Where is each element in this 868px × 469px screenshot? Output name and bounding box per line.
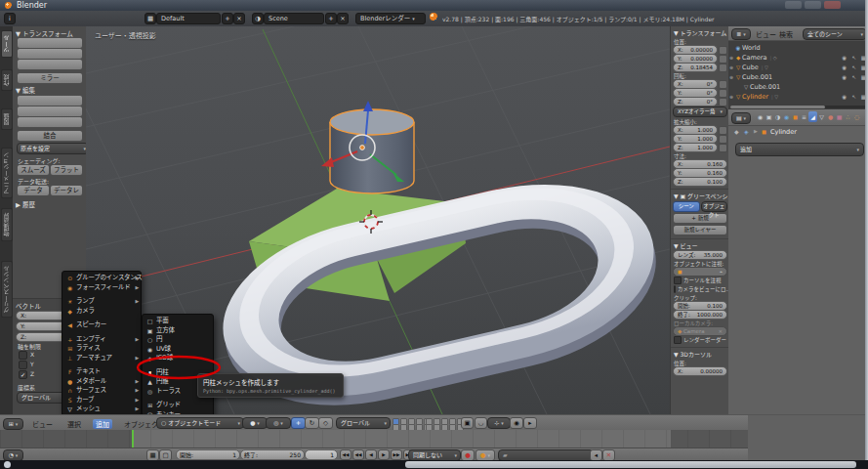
- gp-scene-button[interactable]: シーン: [673, 201, 700, 212]
- mode-select[interactable]: ○ オブジェクトモード▾: [156, 417, 244, 429]
- manipulator-translate-button[interactable]: +: [291, 417, 306, 429]
- outliner-view-menu[interactable]: ビュー: [756, 29, 776, 39]
- scene-field[interactable]: Scene: [264, 13, 324, 24]
- snap-magnet-icon[interactable]: ◡: [475, 417, 487, 429]
- minimize-button[interactable]: [785, 1, 802, 9]
- add-menu-item[interactable]: ⊙ グループのインスタンス ▶: [62, 274, 141, 283]
- lock-to-scene-icon[interactable]: ▣: [461, 417, 474, 429]
- camera-to-view-checkbox[interactable]: カメラをビューにロ...: [674, 285, 726, 293]
- frame-end-field[interactable]: 終了:250: [240, 449, 305, 460]
- lock-icon[interactable]: [719, 135, 727, 144]
- lock-icon[interactable]: [719, 98, 727, 107]
- taskbar-icon[interactable]: [301, 461, 308, 468]
- playback-button[interactable]: ◀: [365, 449, 377, 460]
- mirror-button[interactable]: ミラー: [17, 72, 83, 84]
- outliner-display-select[interactable]: 全てのシーン▾: [803, 28, 867, 40]
- visibility-eye-icon[interactable]: ◉: [842, 92, 847, 102]
- taskbar-icon[interactable]: [267, 461, 273, 468]
- panel-title-history[interactable]: ▶ 履歴: [16, 199, 35, 209]
- transform-button[interactable]: [17, 59, 83, 70]
- properties-tab[interactable]: ▽: [817, 111, 826, 122]
- playback-button[interactable]: ▶▶: [391, 449, 402, 460]
- lock-cursor-checkbox[interactable]: カーソルを注視: [674, 277, 726, 284]
- number-field[interactable]: Z:0.100: [673, 177, 727, 187]
- number-field[interactable]: Z:1.000: [673, 143, 718, 152]
- rotation-mode-select[interactable]: XYZオイラー角▾: [673, 107, 727, 117]
- gp-new-layer-button[interactable]: 新規レイヤー: [673, 225, 727, 235]
- shade-flat-button[interactable]: フラット: [50, 164, 83, 176]
- properties-tab[interactable]: ∴: [844, 111, 852, 122]
- panel-title-edit[interactable]: ▼ 編集: [16, 85, 35, 95]
- view3d-menu-item[interactable]: ビュー: [29, 419, 56, 429]
- set-origin-menu[interactable]: 原点を設定▾: [17, 143, 89, 154]
- render-border-checkbox[interactable]: レンダーボーダー: [674, 336, 726, 344]
- selectability-arrow-icon[interactable]: ↖: [851, 53, 856, 63]
- lock-icon[interactable]: [719, 144, 727, 152]
- properties-tab[interactable]: ≡: [800, 111, 808, 122]
- lock-icon[interactable]: [719, 46, 727, 55]
- lock-icon[interactable]: [719, 55, 727, 64]
- toolshelf-tab-create[interactable]: 作成: [1, 69, 13, 91]
- current-frame-indicator[interactable]: [132, 430, 134, 448]
- mesh-submenu-item[interactable]: □ 平面: [143, 317, 213, 326]
- clip-end-field[interactable]: 終了:1000.000: [673, 310, 727, 320]
- np-3d-cursor-title[interactable]: ▼ 3Dカーソル: [671, 349, 729, 360]
- add-menu-item[interactable]: ● メタボール ▶: [62, 377, 141, 387]
- visibility-eye-icon[interactable]: ◉: [842, 63, 847, 72]
- layout-close-button[interactable]: ×: [233, 13, 245, 24]
- mesh-submenu-item[interactable]: ○ 円: [143, 335, 213, 345]
- opengl-render-icon[interactable]: ◉: [510, 417, 523, 429]
- taskbar-icon[interactable]: [369, 461, 376, 468]
- outliner-hscrollbar[interactable]: [730, 106, 866, 108]
- pin-icon[interactable]: ◆: [734, 128, 739, 135]
- outliner-row[interactable]: ⊕ ▽ Cube.001 ◉ ↖ ▦: [728, 82, 868, 92]
- playback-button[interactable]: ◀◀: [340, 449, 351, 460]
- properties-tab[interactable]: ◢: [808, 111, 817, 122]
- properties-tab[interactable]: ●: [826, 111, 835, 122]
- outliner-row[interactable]: ⊕ ◆ Camera ◇ ◉ ↖ ▦: [728, 53, 868, 63]
- properties-tab[interactable]: ◑: [773, 111, 782, 122]
- close-button[interactable]: [824, 1, 841, 9]
- checkbox-icon[interactable]: [674, 277, 682, 284]
- taskbar-icon[interactable]: [335, 461, 342, 468]
- lock-icon[interactable]: [719, 80, 727, 89]
- checkbox-icon[interactable]: [19, 370, 27, 379]
- pivot-point-select[interactable]: ◎ ▾: [266, 417, 291, 429]
- add-menu-item[interactable]: ⊞ ラティス ▶: [62, 344, 141, 354]
- taskbar-icon[interactable]: [96, 461, 103, 468]
- add-menu-item[interactable]: S カーブ ▶: [62, 396, 141, 405]
- taskbar-active-window-button[interactable]: [405, 461, 856, 468]
- properties-tab[interactable]: ◼: [791, 111, 800, 122]
- outliner-search-menu[interactable]: 検索: [779, 29, 793, 39]
- row-name[interactable]: Cube: [742, 63, 759, 72]
- start-button[interactable]: [4, 461, 11, 468]
- scene-icon[interactable]: ◑: [252, 13, 264, 24]
- checkbox-icon[interactable]: [674, 336, 682, 344]
- row-name[interactable]: Camera: [742, 53, 767, 63]
- layout-add-button[interactable]: +: [222, 13, 233, 24]
- add-menu-item[interactable]: ∩ サーフェス ▶: [62, 386, 141, 396]
- outliner-row[interactable]: ⊕ ◉ World ◉ ↖ ▦: [728, 43, 868, 53]
- selectability-arrow-icon[interactable]: ↖: [851, 63, 856, 72]
- add-modifier-button[interactable]: 追加▾: [735, 143, 864, 156]
- row-name[interactable]: Cylinder: [742, 92, 768, 102]
- toolshelf-tab-tools[interactable]: ツール: [1, 30, 13, 58]
- add-menu-item[interactable]: ⊥ アーマチュア ▶: [62, 354, 141, 363]
- toolshelf-tab-physics[interactable]: 物理演算: [1, 208, 13, 241]
- properties-tab[interactable]: ◌: [852, 111, 861, 122]
- maximize-button[interactable]: [805, 1, 821, 9]
- number-field[interactable]: Z:0.18454: [673, 63, 718, 72]
- properties-tab[interactable]: ▦: [835, 111, 844, 122]
- outliner-editor-icon[interactable]: ≣ ▾: [731, 28, 751, 40]
- add-menu-item[interactable]: ☀ ランプ ▶: [62, 297, 141, 307]
- gp-object-button[interactable]: オブジェクト: [701, 201, 728, 212]
- add-menu-item[interactable]: ◆ カメラ ▶: [62, 307, 141, 317]
- lock-object-field[interactable]: ◼⌁: [673, 267, 727, 277]
- toolshelf-tab-relations[interactable]: 関連: [1, 108, 13, 130]
- local-camera-field[interactable]: ◆ Camera×: [673, 326, 727, 336]
- timeline-frames-area[interactable]: [0, 430, 748, 448]
- visibility-eye-icon[interactable]: ◉: [842, 72, 847, 82]
- current-frame-field[interactable]: 1: [305, 449, 338, 460]
- data-button[interactable]: データ: [17, 185, 50, 196]
- row-name[interactable]: Cube.001: [750, 82, 780, 92]
